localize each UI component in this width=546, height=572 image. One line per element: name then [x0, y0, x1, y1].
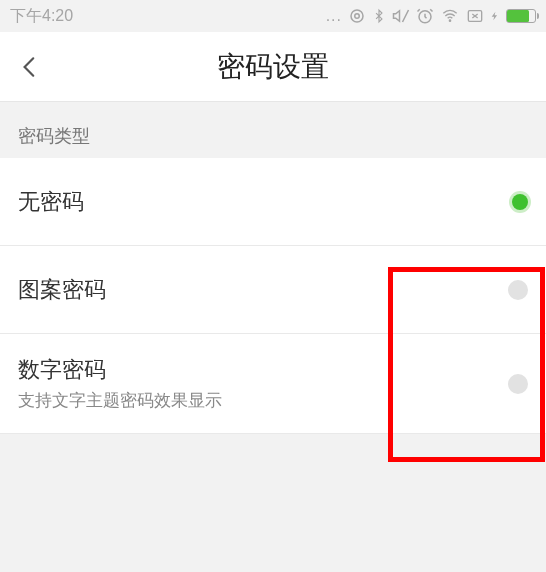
wifi-icon [440, 8, 460, 24]
page-title: 密码设置 [0, 48, 546, 86]
close-box-icon [466, 8, 484, 24]
svg-point-1 [351, 10, 363, 22]
status-time: 下午4:20 [10, 6, 73, 27]
charging-icon [490, 8, 500, 24]
bluetooth-icon [372, 7, 386, 25]
option-label: 数字密码 [18, 355, 508, 385]
chevron-left-icon [17, 54, 43, 80]
nav-bar: 密码设置 [0, 32, 546, 102]
alarm-icon [416, 7, 434, 25]
option-label: 图案密码 [18, 275, 508, 305]
svg-point-0 [355, 14, 360, 19]
dots-icon: ... [326, 7, 342, 25]
mute-icon [392, 7, 410, 25]
radio-icon [508, 374, 528, 394]
svg-line-2 [403, 10, 409, 22]
radio-icon [508, 280, 528, 300]
option-pattern-password[interactable]: 图案密码 [0, 246, 546, 334]
battery-icon [506, 9, 536, 23]
option-numeric-password[interactable]: 数字密码 支持文字主题密码效果显示 [0, 334, 546, 434]
option-label: 无密码 [18, 187, 512, 217]
status-icons: ... [326, 7, 536, 25]
section-header: 密码类型 [0, 102, 546, 158]
svg-point-4 [449, 20, 450, 21]
option-no-password[interactable]: 无密码 [0, 158, 546, 246]
radio-selected-icon [512, 194, 528, 210]
back-button[interactable] [10, 47, 50, 87]
status-bar: 下午4:20 ... [0, 0, 546, 32]
hotspot-icon [348, 7, 366, 25]
option-subtitle: 支持文字主题密码效果显示 [18, 389, 508, 412]
